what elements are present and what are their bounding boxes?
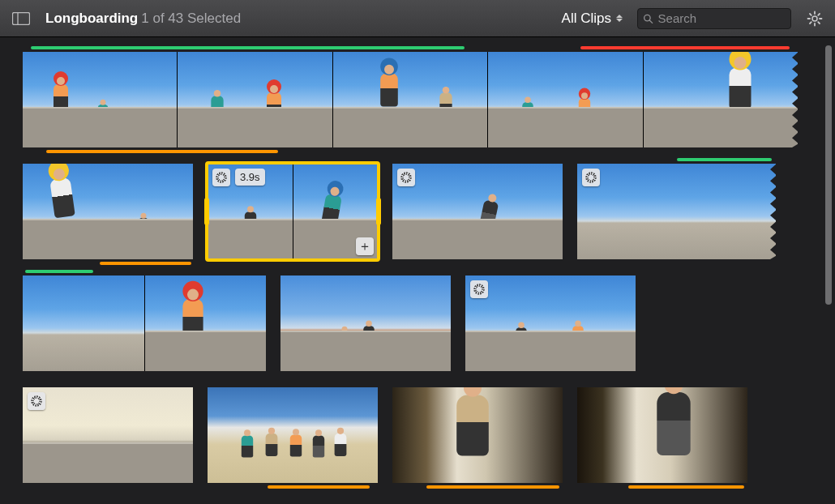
- svg-line-11: [810, 22, 811, 23]
- svg-rect-0: [13, 12, 30, 24]
- search-icon: [643, 13, 653, 24]
- svg-line-3: [649, 19, 652, 22]
- svg-line-12: [818, 14, 820, 15]
- settings-button[interactable]: [803, 8, 827, 29]
- clip-row1[interactable]: [23, 52, 798, 147]
- clip-2b-selected[interactable]: 3.9s ＋: [208, 164, 378, 259]
- clip-2d[interactable]: [577, 164, 776, 259]
- selection-duration-badge: 3.9s: [235, 169, 265, 186]
- clip-3c[interactable]: [465, 275, 636, 371]
- sidebar-toggle-button[interactable]: [8, 8, 34, 29]
- clip-2a[interactable]: [23, 164, 193, 259]
- chevron-updown-icon: [616, 15, 623, 22]
- clip-filter-label: All Clips: [562, 11, 611, 27]
- clip-4a[interactable]: [23, 387, 193, 483]
- analyzing-spinner-icon: [582, 169, 600, 186]
- clip-4c[interactable]: [392, 387, 563, 483]
- scrollbar[interactable]: [824, 45, 833, 467]
- analyzing-spinner-icon: [470, 280, 488, 298]
- svg-line-10: [818, 22, 820, 23]
- search-input[interactable]: [658, 11, 786, 25]
- gear-icon: [807, 11, 823, 27]
- clip-4b[interactable]: [208, 387, 378, 483]
- clip-3a[interactable]: [23, 275, 266, 371]
- clip-browser: 3.9s ＋: [0, 37, 820, 502]
- clip-4d[interactable]: [577, 387, 747, 483]
- search-field[interactable]: [637, 8, 791, 29]
- add-to-movie-button[interactable]: ＋: [356, 237, 374, 255]
- event-title: Longboarding: [45, 11, 138, 27]
- toolbar: Longboarding 1 of 43 Selected All Clips: [0, 0, 835, 37]
- clip-filter-dropdown[interactable]: All Clips: [559, 9, 626, 28]
- svg-line-9: [810, 14, 811, 15]
- svg-point-4: [812, 16, 817, 21]
- analyzing-spinner-icon: [28, 392, 45, 410]
- selection-status: 1 of 43 Selected: [141, 11, 241, 27]
- analyzing-spinner-icon: [212, 169, 230, 186]
- scrollbar-thumb[interactable]: [825, 45, 832, 305]
- clip-2c[interactable]: [392, 164, 563, 259]
- analyzing-spinner-icon: [397, 169, 415, 186]
- clip-3b[interactable]: [280, 275, 451, 371]
